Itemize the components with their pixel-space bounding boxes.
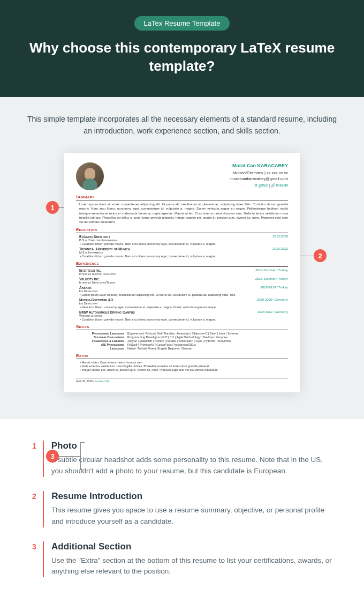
feature-item: 3 Additional Section Use the "Extra" sec… [32,541,332,578]
exp-title: Akbank [79,286,92,289]
extra-bullet: Nulla et lectus vestibulum urna fringill… [76,364,288,368]
exp-bullet: Curabitur dictum gravida mauris. Nam arc… [76,318,288,321]
feature-item: 2 Resume Introduction This resume gives … [32,491,332,527]
source-link: source code [95,379,109,383]
exp-sub: Working Student [76,314,288,317]
edu-bullet: Curabitur dictum gravida mauris. Nam arc… [76,242,288,245]
section-title: Experience [76,261,288,267]
skill-label: Software Development [79,336,127,339]
skill-label: Programming Languages [79,332,127,335]
exp-title: Velocity Inc. [79,277,100,281]
edu-date: 2019-2022 [272,247,288,251]
skill-label: iOS Programming [79,343,127,346]
exp-bullet: Nam arcu libero, nonummy eget, consectet… [76,306,288,309]
category-badge: LaTex Resume Template [134,16,230,31]
edu-sub: M.S in Informatics [76,251,288,254]
skill-label: Frameworks & Libraries [79,339,127,343]
callout-3-number: 3 [46,450,59,463]
exp-date: 2015-Summer / Turkey [255,277,288,281]
feature-number: 1 [32,442,43,450]
hero-section: LaTex Resume Template Why choose this co… [0,0,364,97]
feature-bar [43,441,44,477]
section-experience: Experience Intertech Inc.2014-Summer / T… [76,261,288,321]
skill-value: Native: Turkish Fluent: English Beginner… [127,347,192,350]
callout-line [59,456,80,457]
feature-desc: This resume gives you space to use a res… [51,505,332,527]
feature-bar [43,491,44,527]
edu-title: Boğaziçi University [79,235,110,239]
section-title: Summary [76,195,288,200]
exp-title: Intertech Inc. [79,269,102,272]
page-title: Why choose this contemporary LaTeX resum… [11,39,353,76]
resume-header: Murat Can KARACABEY Munich/Germany | xx … [76,162,288,190]
feature-title: Additional Section [51,541,332,552]
resume-photo [76,162,104,190]
intro-text: This simple template incorporates all th… [27,113,337,137]
feature-number: 3 [32,542,43,551]
edu-title: Technical University of Munich [79,247,130,251]
exp-date: 2019-2020 / Germany [257,298,288,302]
extra-bullet: Mauris ut leo. Cras viverra metus rhoncu… [76,361,288,364]
section-title: Education [76,227,288,233]
callout-1-number: 1 [46,201,59,214]
exp-date: 2020-Now / Germany [257,310,288,314]
section-extra: Extra Mauris ut leo. Cras viverra metus … [76,353,288,371]
resume-contact: Murat Can KARACABEY Munich/Germany | xx … [230,162,288,188]
resume-email: muratcankaracabey@gmail.com [230,176,288,182]
edu-date: 2013-2018 [272,235,288,239]
section-title: Skills [76,324,288,330]
edu-bullet: Curabitur dictum gravida mauris. Nam arc… [76,255,288,258]
feature-title: Photo [51,441,332,451]
summary-text: Lorem ipsum dolor sit amet, consectetuer… [76,202,288,224]
feature-title: Resume Introduction [51,491,332,502]
extra-bullet: Integer sapien est, iaculis in, pretium … [76,368,288,371]
exp-sub: Intern as Android developer [76,272,288,276]
feature-bar [43,541,44,578]
exp-title: BMW Autonomous Driving Campus [79,310,135,314]
skill-value: Programming Paradigms | GIT | CLI | Agil… [127,336,228,339]
intro-section: This simple template incorporates all th… [0,97,364,419]
section-summary: Summary Lorem ipsum dolor sit amet, cons… [76,195,288,224]
feature-number: 2 [32,492,43,501]
feature-desc: A subtle circular headshot adds some per… [51,455,332,477]
edu-sub: B.S in Computer Engineering [76,239,288,242]
resume-preview-wrap: 1 2 3 Murat Can KARACABEY Munich/Germany… [27,153,337,392]
feature-desc: Use the "Extra" section at the bottom of… [51,555,332,578]
resume-name: Murat Can KARACABEY [230,162,288,170]
skill-value: RxSwift | PromiseKit | CocoaPods | Autol… [127,343,196,346]
exp-date: 2014-Summer / Turkey [255,269,288,272]
resume-phone: xx xxx xx xx [267,170,288,175]
section-title: Extra [76,353,288,359]
exp-title: Mobile-Software AG [79,298,113,302]
exp-bullet: Lorem ipsum dolor sit amet, consectetuer… [76,293,288,296]
resume-preview: Murat Can KARACABEY Munich/Germany | xx … [64,153,300,392]
section-skills: Skills Programming LanguagesExperienced:… [76,324,288,350]
exp-date: 2018-2019 / Turkey [260,286,288,289]
skill-label: Languages [79,347,127,350]
exp-sub: Intern as Developer/Tester [76,281,288,284]
exp-sub: Ios Developer [76,289,288,293]
resume-links: ⚙ github | 🔗 linkedin [230,183,288,188]
resume-location: Munich/Germany [233,170,263,175]
section-education: Education Boğaziçi University2013-2018 B… [76,227,288,258]
resume-footer: April 18, 2020 / source code [76,378,288,383]
exp-sub: Ios Developer [76,302,288,305]
callout-2-number: 2 [314,249,327,262]
callout-3: 3 [46,442,85,470]
callout-bracket [80,442,85,470]
skill-value: Jupyter | Matplotlib | Numpy | Pandas | … [127,339,231,343]
skill-value: Experienced: Python | Swift Familiar: Ja… [127,332,238,335]
